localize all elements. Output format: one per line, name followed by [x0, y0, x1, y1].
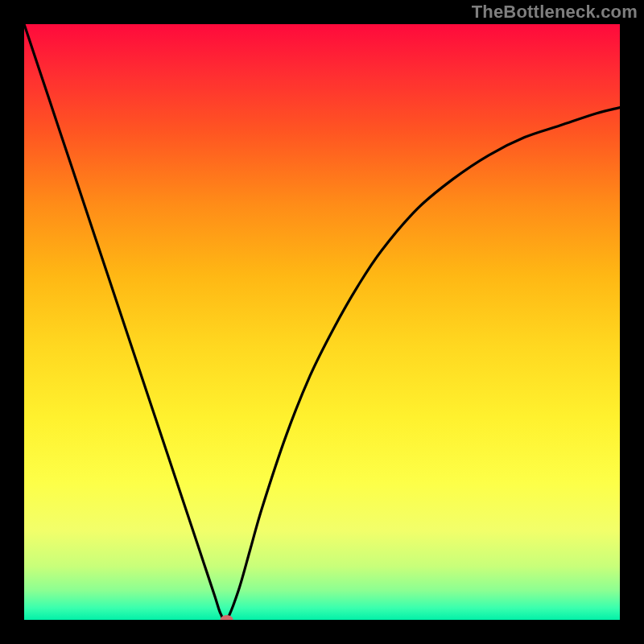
bottleneck-curve [24, 24, 620, 620]
plot-area [24, 24, 620, 620]
chart-container: TheBottleneck.com [0, 0, 644, 644]
watermark-text: TheBottleneck.com [472, 2, 638, 23]
chart-svg [24, 24, 620, 620]
